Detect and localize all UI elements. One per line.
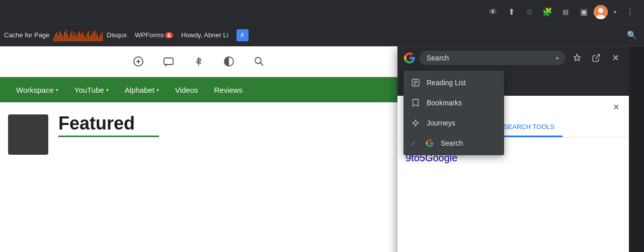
browser-chrome: 👁 ⬆ ☆ 🧩 ▤ ▣ ▾ ⋮ [0, 0, 644, 24]
reading-list-icon [411, 78, 421, 88]
more-menu-btn[interactable]: ⋮ [622, 4, 638, 20]
comment-btn[interactable] [159, 52, 178, 71]
disqus-link[interactable]: Disqus [107, 31, 127, 39]
contrast-btn[interactable] [220, 52, 238, 71]
dark-edge [629, 46, 644, 252]
dropdown-item-reading-list[interactable]: Reading List [404, 73, 504, 93]
search-dropdown-panel: Search ▾ ✕ [397, 46, 629, 252]
journeys-icon [411, 118, 421, 128]
search-g-icon [425, 138, 435, 148]
dropdown-item-journeys[interactable]: Journeys [404, 113, 504, 133]
nav-item-alphabet[interactable]: Alphabet ▾ [117, 77, 167, 102]
pin-btn[interactable] [570, 50, 585, 66]
search-input-text: Search [427, 54, 552, 62]
bookmarks-label: Bookmarks [427, 99, 462, 107]
page-content: Workspace ▾ YouTube ▾ Alphabet ▾ Videos … [0, 46, 644, 252]
add-btn[interactable] [129, 52, 147, 71]
green-nav: Workspace ▾ YouTube ▾ Alphabet ▾ Videos … [0, 77, 397, 102]
featured-thumbnail [8, 114, 48, 155]
admin-avatar: A [236, 29, 249, 41]
tab-search-tools[interactable]: SEARCH TOOLS [496, 118, 562, 137]
close-icon: ✕ [612, 52, 619, 64]
address-bar: Cache for Page Disqus WPForms6 Howdy, Ab… [0, 24, 644, 46]
svg-point-1 [598, 8, 603, 13]
close-results-btn[interactable]: ✕ [609, 100, 623, 114]
search-btn[interactable] [250, 52, 268, 71]
browser-actions: 👁 ⬆ ☆ 🧩 ▤ ▣ ▾ ⋮ [485, 4, 638, 20]
svg-line-9 [261, 63, 264, 66]
google-g-logo [404, 52, 416, 64]
open-external-btn[interactable] [589, 50, 604, 66]
bookmark-star-btn[interactable]: ☆ [521, 4, 537, 20]
check-icon: ✓ [411, 139, 419, 147]
page-left: Workspace ▾ YouTube ▾ Alphabet ▾ Videos … [0, 46, 397, 252]
address-bar-content: Cache for Page Disqus WPForms6 Howdy, Ab… [4, 29, 620, 41]
profile-chevron-icon: ▾ [610, 7, 620, 17]
media-btn[interactable]: ▤ [557, 4, 574, 20]
reading-list-label: Reading List [427, 79, 466, 87]
search-input-area[interactable]: Search ▾ [420, 51, 566, 65]
wpforms-badge: 6 [165, 32, 173, 38]
profile-avatar[interactable] [594, 5, 608, 19]
featured-title: Featured [58, 114, 159, 133]
open-external-icon [592, 53, 601, 62]
avatar-image [594, 5, 608, 19]
pin-icon [573, 53, 582, 62]
cache-for-page-text: Cache for Page [4, 31, 49, 39]
nav-item-reviews[interactable]: Reviews [206, 77, 251, 102]
search-dropdown-arrow-icon: ▾ [556, 55, 558, 61]
close-panel-btn[interactable]: ✕ [608, 50, 623, 66]
dropdown-item-search[interactable]: ✓ Search [404, 133, 504, 153]
layout-btn[interactable]: ▣ [576, 4, 592, 20]
search-type-dropdown: Reading List Bookmarks Journeys ✓ [404, 71, 504, 155]
address-bar-links: Disqus WPForms6 Howdy, Abner Li A [107, 29, 248, 41]
nav-item-workspace[interactable]: Workspace ▾ [8, 77, 66, 102]
extensions-btn[interactable]: 🧩 [539, 4, 555, 20]
dollar-btn[interactable] [190, 52, 208, 71]
soundcloud-waveform [53, 29, 103, 41]
search-panel-header: Search ▾ ✕ [397, 46, 629, 70]
featured-underline [58, 136, 159, 137]
search-label: Search [441, 139, 463, 147]
alphabet-chevron-icon: ▾ [156, 87, 159, 93]
eye-icon-btn[interactable]: 👁 [485, 4, 501, 20]
featured-content: Featured [58, 114, 159, 137]
icon-bar [0, 46, 397, 77]
howdy-text: Howdy, Abner Li [181, 31, 228, 39]
journeys-label: Journeys [427, 119, 455, 127]
youtube-chevron-icon: ▾ [106, 87, 109, 93]
share-btn[interactable]: ⬆ [503, 4, 519, 20]
svg-point-8 [255, 57, 261, 64]
nav-item-videos[interactable]: Videos [167, 77, 206, 102]
featured-section: Featured [0, 102, 397, 167]
wpforms-link[interactable]: WPForms6 [135, 31, 173, 39]
svg-rect-6 [164, 58, 173, 65]
dropdown-item-bookmarks[interactable]: Bookmarks [404, 93, 504, 113]
nav-item-youtube[interactable]: YouTube ▾ [66, 77, 117, 102]
address-bar-search-btn[interactable]: 🔍 [624, 27, 640, 43]
bookmarks-icon [411, 98, 421, 108]
workspace-chevron-icon: ▾ [56, 87, 58, 93]
